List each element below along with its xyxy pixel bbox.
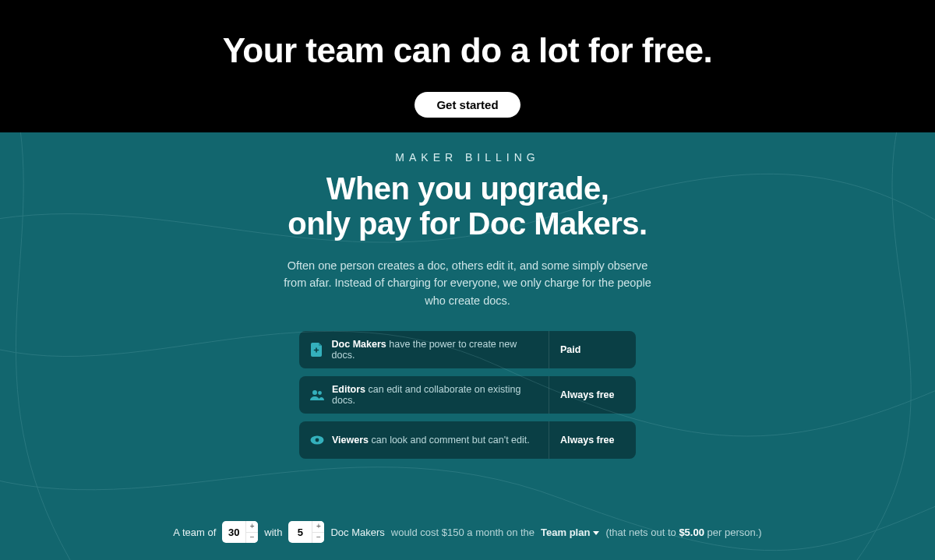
eye-icon: [310, 433, 324, 447]
team-size-dec[interactable]: −: [246, 533, 258, 544]
role-price: Paid: [549, 331, 636, 368]
billing-section: MAKER BILLING When you upgrade, only pay…: [0, 132, 935, 560]
team-size-inc[interactable]: +: [246, 521, 258, 533]
svg-point-0: [312, 390, 317, 395]
hero-headline: Your team can do a lot for free.: [223, 31, 713, 70]
role-text: Viewers can look and comment but can't e…: [332, 435, 530, 446]
makers-dec[interactable]: −: [312, 533, 324, 544]
billing-headline: When you upgrade, only pay for Doc Maker…: [288, 171, 647, 241]
role-row-viewers: Viewers can look and comment but can't e…: [299, 421, 636, 459]
svg-point-1: [318, 391, 322, 395]
billing-eyebrow: MAKER BILLING: [395, 151, 539, 164]
get-started-button[interactable]: Get started: [415, 92, 520, 118]
svg-point-3: [316, 438, 319, 442]
team-size-value: 30: [222, 521, 245, 543]
makers-value: 5: [288, 521, 312, 543]
roles-list: Doc Makers have the power to create new …: [299, 331, 636, 459]
hero-section: Your team can do a lot for free. Get sta…: [0, 0, 935, 132]
role-row-doc-makers: Doc Makers have the power to create new …: [299, 331, 636, 368]
plan-dropdown[interactable]: Team plan: [541, 527, 599, 538]
role-text: Editors can edit and collaborate on exis…: [332, 384, 538, 406]
role-text: Doc Makers have the power to create new …: [332, 339, 538, 361]
team-size-stepper[interactable]: 30 + −: [222, 521, 258, 543]
chevron-down-icon: [593, 531, 599, 535]
makers-inc[interactable]: +: [312, 521, 324, 533]
role-row-editors: Editors can edit and collaborate on exis…: [299, 376, 636, 414]
makers-stepper[interactable]: 5 + −: [288, 521, 324, 543]
billing-subhead: Often one person creates a doc, others e…: [280, 257, 654, 309]
role-price: Always free: [549, 421, 636, 459]
people-icon: [310, 388, 324, 402]
pricing-calculator: A team of 30 + − with 5 + − Doc Makers w…: [0, 521, 935, 543]
doc-icon: [310, 343, 324, 357]
role-price: Always free: [549, 376, 636, 414]
